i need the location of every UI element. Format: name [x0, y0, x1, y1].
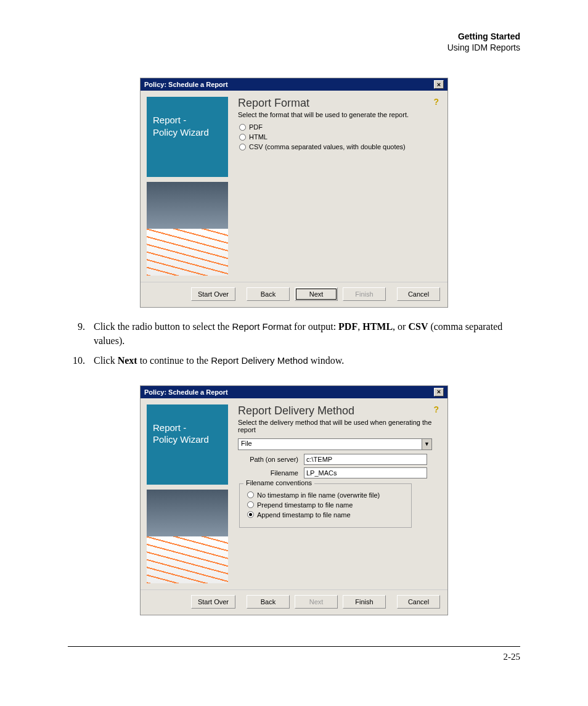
back-button[interactable]: Back: [247, 287, 290, 301]
next-button[interactable]: Next: [295, 287, 338, 301]
fieldset-legend: Filename conventions: [243, 479, 314, 486]
path-input[interactable]: [304, 454, 427, 465]
page-footer: 2-25: [68, 646, 520, 662]
radio-html[interactable]: HTML: [239, 133, 439, 141]
filename-input[interactable]: [304, 467, 427, 478]
instruction-steps: 9. Click the radio button to select the …: [68, 320, 520, 367]
finish-button[interactable]: Finish: [343, 595, 386, 609]
cancel-button[interactable]: Cancel: [397, 595, 440, 609]
window-title: Policy: Schedule a Report: [144, 388, 228, 396]
radio-pdf[interactable]: PDF: [239, 123, 439, 131]
dialog-report-delivery: Policy: Schedule a Report × Report - Pol…: [140, 385, 448, 615]
radio-icon: [247, 511, 254, 518]
filename-conventions-group: Filename conventions No timestamp in fil…: [239, 483, 412, 528]
section-subtext: Select the format that will be used to g…: [238, 111, 439, 118]
next-button: Next: [295, 595, 338, 609]
filename-label: Filename: [239, 469, 301, 477]
step-10: 10. Click Next to continue to the Report…: [68, 354, 520, 367]
back-button[interactable]: Back: [247, 595, 290, 609]
path-label: Path (on server): [239, 456, 301, 463]
start-over-button[interactable]: Start Over: [191, 595, 235, 609]
delivery-dropdown[interactable]: File ▼: [238, 438, 432, 450]
radio-icon: [239, 144, 246, 150]
radio-icon: [239, 124, 246, 131]
window-title: Policy: Schedule a Report: [144, 81, 228, 88]
section-subtext: Select the delivery method that will be …: [238, 419, 439, 433]
close-icon[interactable]: ×: [434, 80, 444, 89]
step-9: 9. Click the radio button to select the …: [68, 320, 520, 348]
wizard-side-title: Report - Policy Wizard: [147, 404, 228, 485]
radio-icon: [239, 134, 246, 141]
help-icon[interactable]: ?: [433, 97, 439, 107]
titlebar: Policy: Schedule a Report ×: [141, 386, 447, 398]
dialog-report-format: Policy: Schedule a Report × Report - Pol…: [140, 78, 448, 308]
wizard-side-title: Report - Policy Wizard: [147, 97, 228, 177]
radio-icon: [247, 491, 254, 498]
dropdown-value: File: [239, 439, 422, 449]
page-number: 2-25: [504, 652, 521, 662]
close-icon[interactable]: ×: [434, 388, 444, 396]
radio-no-timestamp[interactable]: No timestamp in file name (overwrite fil…: [247, 491, 405, 499]
radio-csv[interactable]: CSV (comma separated values, with double…: [239, 143, 439, 150]
chevron-down-icon: ▼: [422, 439, 431, 449]
wizard-side-image: [147, 182, 228, 276]
header-subtitle: Using IDM Reports: [68, 42, 520, 53]
page-header: Getting Started Using IDM Reports: [68, 31, 520, 53]
wizard-side-image: [147, 490, 228, 583]
cancel-button[interactable]: Cancel: [397, 287, 440, 301]
radio-append-timestamp[interactable]: Append timestamp to file name: [247, 511, 405, 519]
help-icon[interactable]: ?: [433, 404, 439, 414]
section-heading: Report Format: [238, 97, 309, 110]
header-title: Getting Started: [68, 31, 520, 42]
radio-prepend-timestamp[interactable]: Prepend timestamp to file name: [247, 501, 405, 509]
titlebar: Policy: Schedule a Report ×: [141, 78, 447, 91]
finish-button: Finish: [343, 287, 386, 301]
start-over-button[interactable]: Start Over: [191, 287, 235, 301]
radio-icon: [247, 501, 254, 508]
section-heading: Report Delivery Method: [238, 404, 354, 417]
